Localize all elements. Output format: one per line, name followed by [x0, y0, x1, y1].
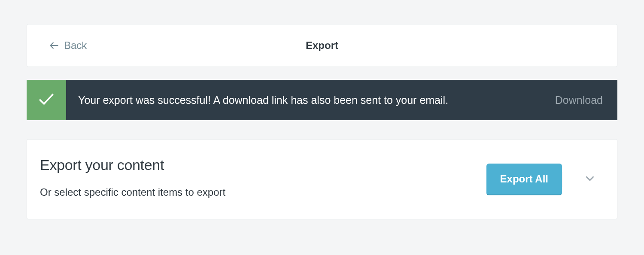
expand-toggle[interactable] [562, 172, 617, 187]
back-label: Back [64, 39, 87, 52]
notification-action: Download [547, 80, 617, 120]
arrow-left-icon [49, 40, 60, 51]
back-button[interactable]: Back [27, 39, 87, 52]
export-actions: Export All [486, 140, 617, 219]
export-panel-content: Export your content Or select specific c… [27, 140, 486, 219]
notification-message: Your export was successful! A download l… [66, 80, 547, 120]
export-all-col: Export All [486, 164, 562, 195]
export-all-button[interactable]: Export All [486, 164, 562, 195]
page-header: Back Export [27, 24, 617, 67]
check-icon [37, 90, 56, 110]
chevron-down-icon [583, 172, 596, 187]
export-subtitle: Or select specific content items to expo… [40, 186, 474, 198]
page-title: Export [306, 39, 338, 52]
export-panel: Export your content Or select specific c… [27, 139, 617, 219]
export-title: Export your content [40, 157, 474, 173]
success-icon-box [27, 80, 66, 120]
download-link[interactable]: Download [555, 94, 603, 106]
success-notification: Your export was successful! A download l… [27, 80, 617, 120]
